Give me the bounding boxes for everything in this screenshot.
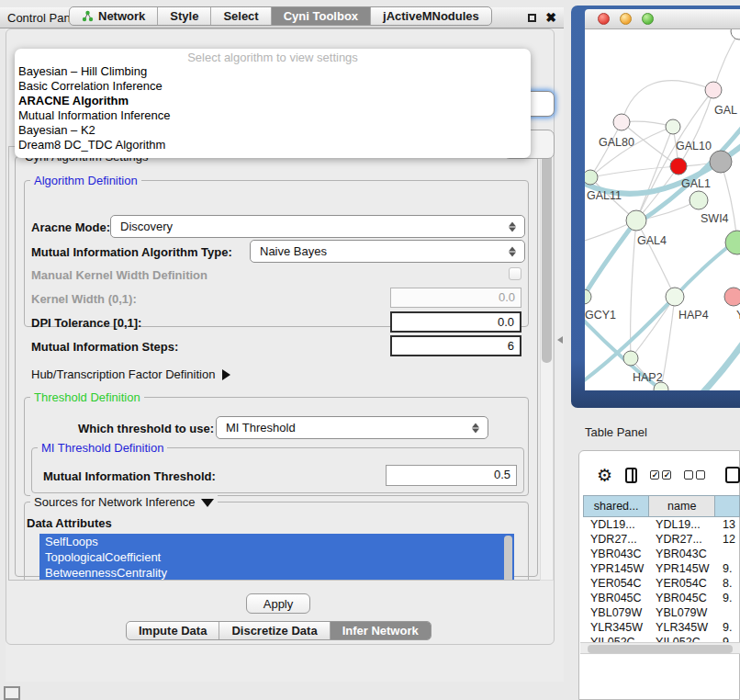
mi-steps-field[interactable]: 6 bbox=[390, 335, 521, 356]
network-edge-thick[interactable] bbox=[702, 344, 740, 390]
table-cell[interactable]: YLR345W bbox=[583, 620, 648, 635]
table-cell[interactable]: 8. bbox=[715, 576, 740, 591]
data-attribute-item[interactable]: TopologicalCoefficient bbox=[39, 549, 514, 565]
apply-button[interactable]: Apply bbox=[246, 593, 310, 614]
algorithm-popup-item[interactable]: Bayesian – K2 bbox=[15, 123, 531, 138]
node-gcy1[interactable] bbox=[585, 289, 591, 304]
algorithm-popup-item[interactable]: Dream8 DC_TDC Algorithm bbox=[15, 138, 531, 152]
tab-network[interactable]: Network bbox=[70, 7, 158, 25]
panel-splitter-handle[interactable] bbox=[557, 336, 563, 344]
table-cell[interactable]: YDL19... bbox=[648, 517, 715, 532]
network-edge[interactable] bbox=[678, 90, 713, 166]
node-top-partial[interactable] bbox=[731, 29, 740, 40]
table-cell[interactable]: YER054C bbox=[648, 576, 715, 591]
table-cell[interactable]: YDR27... bbox=[583, 532, 648, 547]
data-attribute-item[interactable]: BetweennessCentrality bbox=[39, 565, 514, 581]
table-row[interactable]: YBR045CYBR045C9. bbox=[583, 591, 740, 605]
float-window-icon[interactable] bbox=[528, 14, 536, 22]
table-cell[interactable]: YPR145W bbox=[648, 561, 715, 576]
tab-select[interactable]: Select bbox=[211, 7, 271, 25]
node-swi4[interactable] bbox=[690, 191, 708, 209]
node-hap2[interactable] bbox=[623, 351, 638, 366]
table-cell[interactable]: 12 bbox=[715, 532, 740, 547]
settings-scrollbar-thumb[interactable] bbox=[542, 153, 552, 363]
table-cell[interactable] bbox=[715, 605, 740, 620]
manual-kernel-width-checkbox[interactable] bbox=[509, 267, 521, 280]
node-gray[interactable] bbox=[710, 151, 732, 173]
hub-definition-toggle[interactable]: Hub/Transcription Factor Definition bbox=[31, 367, 230, 381]
data-attributes-list[interactable]: SelfLoopsTopologicalCoefficientBetweenne… bbox=[39, 534, 514, 581]
table-cell[interactable]: YIL052C bbox=[583, 635, 648, 642]
table-cell[interactable]: YBR045C bbox=[583, 591, 648, 605]
gear-icon[interactable]: ⚙ bbox=[597, 467, 612, 484]
table-row[interactable]: YBL079WYBL079W bbox=[583, 605, 740, 620]
network-edge[interactable] bbox=[713, 32, 739, 90]
table-row[interactable]: YBR043CYBR043C bbox=[583, 547, 740, 561]
node-gal4[interactable] bbox=[626, 210, 646, 231]
table-cell[interactable]: 13 bbox=[715, 517, 740, 532]
table-cell[interactable]: YDR27... bbox=[648, 532, 715, 547]
table-horizontal-scrollbar[interactable] bbox=[580, 642, 740, 654]
tab-impute-data[interactable]: Impute Data bbox=[127, 622, 219, 639]
table-column-header[interactable] bbox=[715, 496, 740, 517]
table-cell[interactable]: YDL19... bbox=[583, 517, 648, 532]
algorithm-popup-item[interactable]: Basic Correlation Inference bbox=[15, 79, 531, 94]
zoom-traffic-light-icon[interactable] bbox=[642, 13, 654, 25]
network-edge[interactable] bbox=[590, 127, 673, 177]
network-edge[interactable] bbox=[590, 166, 678, 177]
algorithm-popup-item[interactable]: ARACNE Algorithm bbox=[15, 94, 531, 108]
tab-infer-network[interactable]: Infer Network bbox=[331, 622, 431, 639]
table-cell[interactable]: YBL079W bbox=[648, 605, 715, 620]
node-gal1[interactable] bbox=[670, 158, 687, 175]
node-gal11[interactable] bbox=[585, 170, 598, 185]
table-cell[interactable]: YER054C bbox=[583, 576, 648, 591]
settings-scrollbar[interactable] bbox=[540, 147, 554, 581]
dpi-tolerance-field[interactable]: 0.0 bbox=[390, 311, 521, 333]
algorithm-popup-item[interactable]: Mutual Information Inference bbox=[15, 108, 531, 123]
network-edge-thick[interactable] bbox=[585, 220, 636, 303]
network-edge[interactable] bbox=[590, 122, 622, 177]
minimized-panel-icon[interactable] bbox=[4, 686, 20, 700]
table-row[interactable]: YIL052CYIL052C9 bbox=[583, 635, 740, 642]
aracne-mode-combobox[interactable]: Discovery bbox=[110, 215, 525, 238]
which-threshold-combobox[interactable]: MI Threshold bbox=[216, 416, 488, 439]
minimize-traffic-light-icon[interactable] bbox=[620, 13, 632, 25]
table-cell[interactable]: 9. bbox=[715, 620, 740, 635]
show-columns-icon[interactable] bbox=[625, 468, 637, 483]
tab-discretize-data[interactable]: Discretize Data bbox=[219, 622, 330, 639]
table-cell[interactable]: YLR345W bbox=[648, 620, 715, 635]
mi-algorithm-type-combobox[interactable]: Naive Bayes bbox=[250, 240, 525, 263]
table-cell[interactable]: YPR145W bbox=[583, 561, 648, 576]
data-attribute-item[interactable]: SelfLoops bbox=[39, 534, 514, 549]
tab-style[interactable]: Style bbox=[158, 7, 211, 25]
network-edge[interactable] bbox=[622, 81, 713, 122]
table-cell[interactable]: 9. bbox=[715, 591, 740, 605]
node-salmon[interactable] bbox=[724, 288, 740, 306]
node-gal7[interactable] bbox=[705, 82, 722, 98]
kernel-width-field[interactable]: 0.0 bbox=[390, 288, 521, 308]
tab-jactivemnodules[interactable]: jActiveMNodules bbox=[371, 7, 491, 25]
table-cell[interactable]: YBL079W bbox=[583, 605, 648, 620]
table-cell[interactable]: 9 bbox=[715, 635, 740, 642]
table-row[interactable]: YDL19...YDL19...13 bbox=[583, 517, 740, 532]
table-function-icon[interactable] bbox=[725, 467, 740, 483]
select-all-columns-icon[interactable]: ✓✓ bbox=[650, 470, 671, 480]
table-row[interactable]: YPR145WYPR145W9. bbox=[583, 561, 740, 576]
close-icon[interactable]: ✖ bbox=[545, 11, 556, 24]
table-cell[interactable]: YIL052C bbox=[648, 635, 715, 642]
network-edge[interactable] bbox=[636, 220, 675, 297]
network-canvas[interactable]: GALGAL80GAL10GAL1GAL11SWI4GAL4GCY1HAP4YH… bbox=[585, 29, 740, 390]
table-cell[interactable]: YBR043C bbox=[583, 547, 648, 561]
table-row[interactable]: YER054CYER054C8. bbox=[583, 576, 740, 591]
close-traffic-light-icon[interactable] bbox=[598, 13, 610, 25]
algorithm-popup-item[interactable]: Bayesian – Hill Climbing bbox=[15, 64, 531, 79]
mi-threshold-field[interactable]: 0.5 bbox=[386, 465, 517, 486]
node-gal10[interactable] bbox=[666, 119, 680, 134]
network-window-titlebar[interactable] bbox=[585, 9, 740, 29]
node-gal80[interactable] bbox=[613, 114, 630, 130]
table-cell[interactable]: 9. bbox=[715, 561, 740, 576]
table-scrollbar-thumb[interactable] bbox=[588, 645, 733, 653]
node-hap4[interactable] bbox=[666, 288, 684, 306]
table-cell[interactable]: YBR043C bbox=[648, 547, 715, 561]
tab-cyni-toolbox[interactable]: Cyni Toolbox bbox=[272, 7, 371, 25]
